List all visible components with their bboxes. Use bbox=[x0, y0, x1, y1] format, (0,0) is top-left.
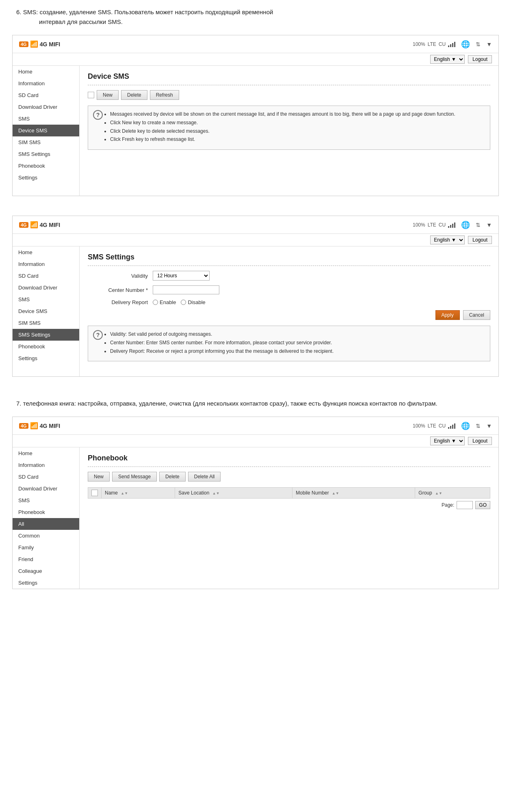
logout-btn-3[interactable]: Logout bbox=[468, 437, 492, 445]
lang-select-3[interactable]: English ▼ bbox=[430, 436, 465, 445]
sidebar-item-sms-3[interactable]: SMS bbox=[13, 495, 79, 506]
signal-pct-1: 100% bbox=[413, 41, 425, 47]
validity-row: Validity 12 Hours 24 Hours 48 Hours 72 H… bbox=[88, 271, 490, 281]
content-area-3: Phonebook New Send Message Delete Delete… bbox=[80, 447, 498, 589]
sidebar-item-home-1[interactable]: Home bbox=[13, 66, 79, 78]
page-label: Page: bbox=[442, 502, 454, 508]
th-group: Group ▲▼ bbox=[415, 488, 490, 499]
4g-badge-3: 4G bbox=[19, 423, 28, 429]
center-number-label: Center Number * bbox=[88, 287, 153, 293]
sidebar-item-devicesms-2[interactable]: Device SMS bbox=[13, 305, 79, 317]
cu-label-1: CU bbox=[439, 41, 446, 47]
delete-btn-3[interactable]: Delete bbox=[159, 472, 186, 482]
th-name: Name ▲▼ bbox=[102, 488, 175, 499]
apply-btn[interactable]: Apply bbox=[435, 310, 460, 320]
sidebar-item-sms-2[interactable]: SMS bbox=[13, 294, 79, 305]
toolbar-3: New Send Message Delete Delete All bbox=[88, 472, 490, 482]
new-btn-1[interactable]: New bbox=[97, 90, 119, 100]
bar2-1 bbox=[448, 226, 449, 228]
validity-label: Validity bbox=[88, 273, 153, 279]
delivery-disable-radio[interactable] bbox=[181, 300, 186, 305]
divider-1 bbox=[88, 85, 490, 85]
bar3-2 bbox=[450, 426, 451, 429]
cancel-btn[interactable]: Cancel bbox=[463, 310, 490, 320]
refresh-btn-1[interactable]: Refresh bbox=[150, 90, 179, 100]
table-select-all[interactable] bbox=[91, 490, 98, 496]
sidebar-item-settings-2[interactable]: Settings bbox=[13, 352, 79, 364]
globe-icon-3: 🌐 bbox=[461, 421, 470, 430]
lte-label-3: LTE bbox=[428, 423, 436, 429]
go-btn[interactable]: GO bbox=[475, 501, 490, 509]
sidebar-item-sdcard-3[interactable]: SD Card bbox=[13, 471, 79, 483]
sidebar-item-simsms-2[interactable]: SIM SMS bbox=[13, 317, 79, 329]
sort-location-icon[interactable]: ▲▼ bbox=[212, 491, 220, 495]
q-mark-2: ? bbox=[93, 330, 103, 340]
toolbar-1: New Delete Refresh bbox=[88, 90, 490, 100]
sidebar-item-simsms-1[interactable]: SIM SMS bbox=[13, 136, 79, 148]
signal-info-2: 100% LTE CU bbox=[413, 222, 455, 228]
sort-name-icon[interactable]: ▲▼ bbox=[121, 491, 128, 495]
page-title-2: SMS Settings bbox=[88, 253, 490, 261]
sidebar-item-devicesms-1[interactable]: Device SMS bbox=[13, 125, 79, 136]
sort-mobile-icon[interactable]: ▲▼ bbox=[332, 491, 339, 495]
sidebar-item-download-1[interactable]: Download Driver bbox=[13, 101, 79, 113]
lang-select-1[interactable]: English ▼ bbox=[430, 55, 465, 64]
transfer-icon-2: ⇅ bbox=[476, 222, 481, 228]
sidebar-item-phonebook-2[interactable]: Phonebook bbox=[13, 341, 79, 352]
sidebar-item-friend-3[interactable]: Friend bbox=[13, 553, 79, 565]
sidebar-item-all-3[interactable]: All bbox=[13, 518, 79, 530]
sidebar-item-phonebook-1[interactable]: Phonebook bbox=[13, 160, 79, 172]
sidebar-item-sdcard-2[interactable]: SD Card bbox=[13, 270, 79, 282]
sidebar-item-download-2[interactable]: Download Driver bbox=[13, 282, 79, 294]
new-btn-3[interactable]: New bbox=[88, 472, 110, 482]
sidebar-item-home-2[interactable]: Home bbox=[13, 246, 79, 258]
delete-btn-1[interactable]: Delete bbox=[121, 90, 147, 100]
logout-btn-2[interactable]: Logout bbox=[468, 236, 492, 244]
logout-btn-1[interactable]: Logout bbox=[468, 55, 492, 63]
bar3-3 bbox=[452, 425, 453, 429]
sidebar-item-settings-1[interactable]: Settings bbox=[13, 172, 79, 184]
sidebar-item-information-3[interactable]: Information bbox=[13, 459, 79, 471]
sidebar-item-phonebook-3[interactable]: Phonebook bbox=[13, 506, 79, 518]
section6-intro: 6. SMS: создание, удаление SMS. Пользова… bbox=[0, 0, 511, 31]
center-number-input[interactable] bbox=[153, 285, 219, 294]
sidebar-item-download-3[interactable]: Download Driver bbox=[13, 483, 79, 495]
header-bar-2: 4G 📶 4G MIFI 100% LTE CU 🌐 ⇅ ▼ bbox=[13, 216, 498, 234]
sidebar-item-information-2[interactable]: Information bbox=[13, 258, 79, 270]
delivery-disable-label[interactable]: Disable bbox=[181, 299, 205, 305]
sort-group-icon[interactable]: ▲▼ bbox=[435, 491, 442, 495]
info-item-1-3: Click Delete key to delete selected mess… bbox=[110, 128, 483, 135]
sidebar-item-colleague-3[interactable]: Colleague bbox=[13, 565, 79, 577]
delivery-enable-radio[interactable] bbox=[153, 300, 158, 305]
delete-all-btn[interactable]: Delete All bbox=[188, 472, 221, 482]
signal-pct-2: 100% bbox=[413, 222, 425, 228]
bar2-4 bbox=[454, 222, 455, 228]
dropdown-arrow-2: ▼ bbox=[486, 222, 492, 228]
sidebar-item-common-3[interactable]: Common bbox=[13, 530, 79, 542]
info-list-2: Validity: Set valid period of outgoing m… bbox=[104, 331, 483, 354]
page-input[interactable] bbox=[457, 501, 473, 509]
bar2 bbox=[450, 44, 451, 47]
sidebar-item-settings-3[interactable]: Settings bbox=[13, 577, 79, 589]
sidebar-item-sms-1[interactable]: SMS bbox=[13, 113, 79, 125]
sidebar-item-smssettings-2[interactable]: SMS Settings bbox=[13, 329, 79, 341]
delivery-enable-label[interactable]: Enable bbox=[153, 299, 176, 305]
validity-select[interactable]: 12 Hours 24 Hours 48 Hours 72 Hours Maxi… bbox=[153, 271, 210, 281]
sidebar-item-information-1[interactable]: Information bbox=[13, 78, 79, 89]
signal-info-1: 100% LTE CU bbox=[413, 41, 455, 47]
lte-label-1: LTE bbox=[428, 41, 436, 47]
sidebar-item-sdcard-1[interactable]: SD Card bbox=[13, 89, 79, 101]
delivery-radio-group: Enable Disable bbox=[153, 299, 206, 305]
dropdown-arrow-3: ▼ bbox=[486, 423, 492, 429]
send-message-btn[interactable]: Send Message bbox=[112, 472, 157, 482]
lang-select-2[interactable]: English ▼ bbox=[430, 235, 465, 244]
sidebar-item-home-3[interactable]: Home bbox=[13, 447, 79, 459]
sidebar-1: Home Information SD Card Download Driver… bbox=[13, 66, 80, 196]
sidebar-item-smssettings-1[interactable]: SMS Settings bbox=[13, 148, 79, 160]
select-all-checkbox-1[interactable] bbox=[88, 92, 94, 98]
sidebar-item-family-3[interactable]: Family bbox=[13, 542, 79, 553]
header-left-2: 4G 📶 4G MIFI bbox=[19, 221, 60, 229]
info-list-1: Messages received by device will be show… bbox=[104, 111, 483, 143]
main-layout-1: Home Information SD Card Download Driver… bbox=[13, 66, 498, 196]
q-mark-1: ? bbox=[93, 110, 103, 120]
